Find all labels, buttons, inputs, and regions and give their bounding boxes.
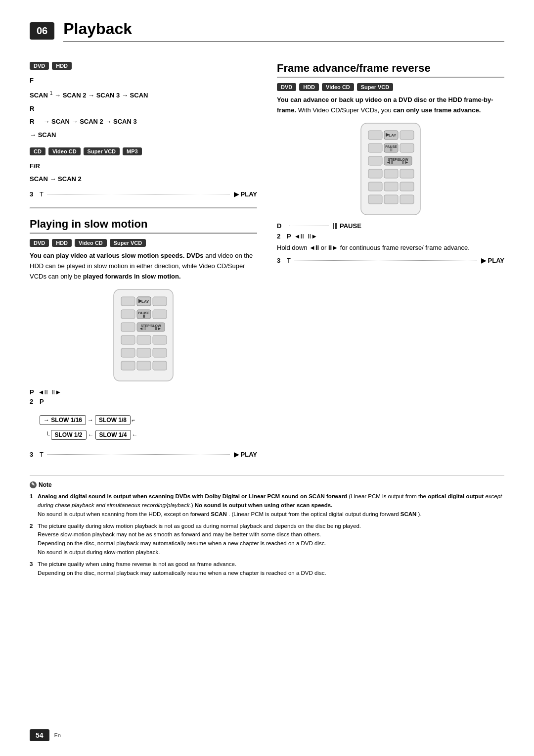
scan-r1-label: R [30,103,34,115]
slow-step-p-arrows: ◄II II► [38,388,61,396]
slow-bracket-r: ⌐ [132,417,135,424]
remote-control-frame: PLAY ▶ PAUSE ⏸ STEP/SLOW ◄II II► [277,121,504,217]
step3-t-label: T [40,190,44,198]
page-footer: 54 En [30,729,61,741]
left-column: DVD HDD F SCAN 1 → SCAN 2 → SCAN 3 → SCA… [30,62,257,460]
svg-rect-27 [368,131,382,140]
svg-rect-11 [153,310,167,319]
svg-rect-31 [400,131,414,140]
slow-step3-num: 3 [30,451,37,458]
slow-arrow-1: → [88,417,93,424]
svg-rect-3 [153,297,167,306]
note-icon: ✎ [30,481,37,488]
note-text-3: The picture quality when using frame rev… [38,561,326,576]
page-container: 06 Playback DVD HDD F SCAN 1 → SCAN 2 → [0,0,534,756]
badge-mp3: MP3 [123,147,142,155]
note-num-1: 1 [30,492,33,501]
sm-badge-hdd: HDD [52,239,72,247]
remote-svg-slow: PLAY ▶ PAUSE ⏸ STEP/SLOW ◄II II► [104,287,183,383]
page-number: 54 [30,729,49,741]
scan-badges-top: DVD HDD [30,62,257,70]
slow-motion-badges: DVD HDD Video CD Super VCD [30,239,257,247]
svg-text:II►: II► [402,160,409,165]
svg-rect-49 [384,195,398,204]
slow-step-p-label: P [30,388,34,396]
scan-forward-flow-line: SCAN 1 → SCAN 2 → SCAN 3 → SCAN [30,88,257,102]
fr-flow-line: SCAN → SCAN 2 [30,173,257,186]
page-header: 06 Playback [30,20,504,42]
scan-forward-flow: SCAN 1 → SCAN 2 → SCAN 3 → SCAN [30,88,148,102]
frame-badge-dvd: DVD [277,83,296,91]
slow-step-p: P ◄II II► [30,388,257,396]
step3-num: 3 [30,190,37,198]
svg-rect-21 [137,348,151,357]
badge-cd: CD [30,147,45,155]
note-item-1: 1 Analog and digital sound is output whe… [30,492,504,519]
fr-label-line: F/R [30,160,257,173]
section-divider-1 [30,207,257,209]
note-num-3: 3 [30,560,33,569]
svg-text:⏸: ⏸ [142,314,146,319]
scan-reverse-flow-line: R → SCAN → SCAN 2 → SCAN 3 [30,116,257,128]
remote-svg-frame: PLAY ▶ PAUSE ⏸ STEP/SLOW ◄II II► [351,121,430,217]
slow-box-12: SLOW 1/2 [51,430,87,440]
svg-rect-1 [121,297,135,306]
frame-badge-video-cd: Video CD [322,83,354,91]
scan-forward-block: F SCAN 1 → SCAN 2 → SCAN 3 → SCAN R R → … [30,75,257,142]
scan-badges-bottom: CD Video CD Super VCD MP3 [30,147,257,155]
scan-f-label: F [30,75,34,87]
svg-text:◄II: ◄II [139,326,146,331]
notes-header: ✎ Note [30,480,504,490]
svg-rect-42 [368,169,382,178]
slow-flow-diagram: → SLOW 1/16 → SLOW 1/8 ⌐ └ SLOW 1/2 ← SL… [40,411,203,445]
slow-step2-p: P [40,398,44,405]
svg-rect-18 [137,335,151,344]
badge-super-vcd: Super VCD [84,147,120,155]
svg-text:▶: ▶ [138,298,142,303]
notes-section: ✎ Note 1 Analog and digital sound is out… [30,475,504,578]
slow-step3-play: ▶ PLAY [234,451,257,458]
badge-hdd: HDD [52,62,72,70]
note-item-3: 3 The picture quality when using frame r… [30,560,504,578]
svg-rect-25 [153,361,167,370]
frame-badge-super-vcd: Super VCD [357,83,393,91]
frame-step-3: 3 T ▶ PLAY [277,257,504,264]
svg-rect-12 [121,323,135,331]
fr-label: F/R [30,160,40,173]
svg-text:II►: II► [155,326,162,331]
slow-motion-description: You can play video at various slow motio… [30,251,257,282]
svg-rect-36 [400,143,414,152]
slow-arrow-3: ← [132,431,138,438]
scan-section: DVD HDD F SCAN 1 → SCAN 2 → SCAN 3 → SCA… [30,62,257,198]
page-title: Playback [63,20,504,42]
svg-rect-24 [137,361,151,370]
slow-step-3: 3 T ▶ PLAY [30,451,257,458]
notes-title: Note [39,480,52,490]
main-content: DVD HDD F SCAN 1 → SCAN 2 → SCAN 3 → SCA… [30,62,504,460]
slow-motion-title: Playing in slow motion [30,218,257,234]
badge-dvd: DVD [30,62,49,70]
frame-step-d: D PAUSE [277,222,504,230]
remote-control-slow: PLAY ▶ PAUSE ⏸ STEP/SLOW ◄II II► [30,287,257,383]
slow-step2-num: 2 [30,398,37,405]
frame-advance-section: Frame advance/frame reverse DVD HDD Vide… [277,62,504,264]
scan-forward-label-line: F [30,75,257,87]
frame-badge-hdd: HDD [299,83,319,91]
sm-badge-super-vcd: Super VCD [110,239,146,247]
note-text-1: Analog and digital sound is output when … [38,493,502,517]
fr-scan-block: F/R SCAN → SCAN 2 [30,160,257,186]
svg-rect-22 [153,348,167,357]
svg-rect-50 [400,195,414,204]
badge-video-cd: Video CD [48,147,81,155]
slow-step3-t: T [40,451,44,458]
slow-bracket-l: └ [45,431,50,438]
svg-rect-32 [368,143,382,152]
frame-hold-note: Hold down ◄II or II► for continuous fram… [277,243,504,253]
slow-box-116: → SLOW 1/16 [40,415,86,425]
slow-arrow-2: ← [88,431,94,438]
slow-box-18: SLOW 1/8 [95,415,131,425]
scan-end: → SCAN [30,129,56,142]
scan-step3: 3 T ▶ PLAY [30,190,257,198]
frame-step3-t: T [287,257,291,264]
svg-rect-23 [121,361,135,370]
